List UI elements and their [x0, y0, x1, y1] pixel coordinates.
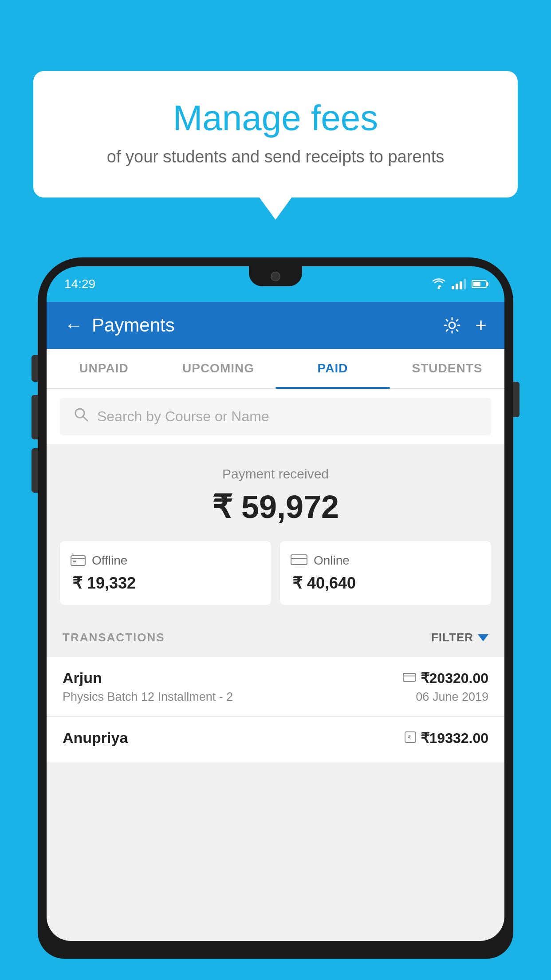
tab-unpaid[interactable]: UNPAID	[47, 349, 161, 388]
offline-amount: ₹ 19,332	[71, 574, 260, 593]
signal-bar-3	[460, 281, 462, 289]
online-label: Online	[314, 553, 350, 568]
svg-line-3	[83, 416, 87, 421]
signal-bar-1	[452, 286, 454, 289]
transaction-name: Arjun	[63, 669, 102, 687]
header-left: ← Payments	[64, 315, 175, 336]
add-button[interactable]: +	[475, 314, 487, 336]
table-row[interactable]: Anupriya ₹ ₹19332.00	[47, 717, 504, 763]
status-icons	[431, 278, 487, 290]
offline-payment-card: ₹ Offline ₹ 19,332	[60, 541, 271, 605]
front-camera	[271, 272, 280, 281]
payment-total-amount: ₹ 59,972	[60, 488, 491, 526]
svg-rect-7	[291, 555, 307, 565]
battery-fill	[473, 282, 480, 286]
transaction-bottom-row: Physics Batch 12 Installment - 2 06 June…	[63, 690, 488, 704]
volume-down-button	[31, 448, 38, 493]
phone-notch	[249, 266, 302, 286]
online-amount: ₹ 40,640	[291, 574, 480, 593]
header-right: +	[442, 314, 487, 336]
bubble-title: Manage fees	[69, 98, 482, 138]
transaction-name: Anupriya	[63, 729, 128, 747]
offline-card-header: ₹ Offline	[71, 553, 260, 568]
tab-students[interactable]: STUDENTS	[390, 349, 504, 388]
transaction-rupee-icon: ₹	[405, 731, 416, 745]
transaction-top-row: Arjun ₹20320.00	[63, 669, 488, 687]
app-header: ← Payments +	[47, 302, 504, 349]
signal-bar-4	[464, 279, 466, 289]
bubble-subtitle: of your students and send receipts to pa…	[69, 147, 482, 166]
transaction-amount: ₹20320.00	[421, 670, 488, 687]
svg-text:₹: ₹	[408, 734, 411, 741]
gear-icon[interactable]	[442, 316, 462, 335]
status-time: 14:29	[64, 277, 95, 291]
svg-rect-8	[403, 673, 416, 681]
online-payment-card: Online ₹ 40,640	[280, 541, 491, 605]
filter-button[interactable]: FILTER	[431, 631, 488, 644]
search-icon	[73, 407, 89, 427]
svg-rect-5	[73, 561, 76, 562]
tab-upcoming[interactable]: UPCOMING	[161, 349, 276, 388]
wifi-icon	[431, 278, 446, 290]
tab-paid[interactable]: PAID	[276, 349, 390, 388]
offline-icon: ₹	[71, 553, 86, 568]
filter-icon	[478, 634, 488, 641]
online-card-header: Online	[291, 553, 480, 568]
search-input[interactable]: Search by Course or Name	[97, 408, 269, 425]
table-row[interactable]: Arjun ₹20320.00 Physics Batch 12 Install…	[47, 657, 504, 717]
online-icon	[291, 553, 307, 568]
offline-label: Offline	[92, 553, 127, 568]
power-button	[513, 382, 520, 417]
transaction-date: 06 June 2019	[416, 690, 488, 704]
payment-received-label: Payment received	[60, 466, 491, 482]
battery-icon	[472, 280, 487, 288]
transaction-detail: Physics Batch 12 Installment - 2	[63, 690, 233, 704]
filter-label: FILTER	[431, 631, 473, 644]
transaction-amount: ₹19332.00	[421, 730, 488, 747]
signal-bar-2	[456, 284, 458, 289]
transactions-header: TRANSACTIONS FILTER	[47, 618, 504, 657]
silent-button	[31, 355, 38, 382]
phone-wrapper: 14:29	[38, 257, 513, 980]
transaction-amount-wrapper: ₹ ₹19332.00	[405, 730, 488, 747]
svg-point-1	[449, 322, 455, 328]
signal-bars	[452, 279, 466, 289]
speech-bubble: Manage fees of your students and send re…	[33, 71, 518, 198]
status-bar: 14:29	[47, 266, 504, 302]
payment-cards: ₹ Offline ₹ 19,332	[60, 541, 491, 605]
phone-frame: 14:29	[38, 257, 513, 959]
svg-point-0	[438, 287, 440, 289]
transaction-card-icon	[403, 672, 416, 684]
payment-summary: Payment received ₹ 59,972 ₹	[47, 444, 504, 618]
svg-rect-4	[71, 556, 85, 565]
volume-up-button	[31, 395, 38, 439]
page-title: Payments	[92, 315, 175, 336]
search-bar[interactable]: Search by Course or Name	[60, 398, 491, 435]
phone-screen: ← Payments + UNPAID UPCOMING PAID STUDEN…	[47, 302, 504, 941]
tabs-container: UNPAID UPCOMING PAID STUDENTS	[47, 349, 504, 389]
search-container: Search by Course or Name	[47, 389, 504, 444]
svg-text:₹: ₹	[71, 553, 74, 556]
back-button[interactable]: ←	[64, 315, 83, 336]
transaction-amount-wrapper: ₹20320.00	[403, 670, 488, 687]
transactions-label: TRANSACTIONS	[63, 631, 165, 644]
transaction-top-row: Anupriya ₹ ₹19332.00	[63, 729, 488, 747]
speech-bubble-wrapper: Manage fees of your students and send re…	[33, 71, 518, 198]
